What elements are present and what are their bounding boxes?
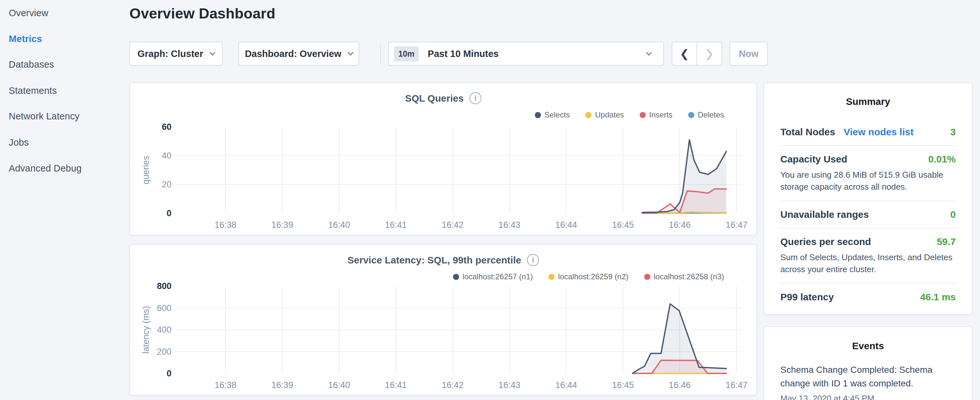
- summary-panel: Summary Total Nodes View nodes list 3 Ca…: [764, 83, 972, 315]
- sidebar-item-databases[interactable]: Databases: [9, 59, 54, 70]
- graph-scope-dropdown-label: Graph: Cluster: [137, 49, 203, 59]
- sidebar-item-jobs[interactable]: Jobs: [9, 137, 29, 148]
- chevron-down-icon: [347, 49, 353, 55]
- view-nodes-list-link[interactable]: View nodes list: [843, 126, 913, 137]
- svg-text:400: 400: [157, 325, 172, 335]
- time-range-dropdown[interactable]: 10m Past 10 Minutes: [388, 42, 664, 66]
- svg-text:16:43: 16:43: [499, 220, 520, 230]
- now-button[interactable]: Now: [730, 42, 768, 66]
- svg-text:16:40: 16:40: [328, 220, 350, 230]
- summary-row-total-nodes: Total Nodes View nodes list 3: [780, 119, 956, 146]
- sql-queries-chart[interactable]: 16:3816:3916:4016:4116:4216:4316:4416:45…: [130, 83, 758, 234]
- summary-value: 0: [950, 209, 956, 220]
- summary-label: Queries per second: [780, 236, 871, 247]
- svg-text:16:38: 16:38: [215, 220, 237, 230]
- svg-text:16:40: 16:40: [328, 380, 350, 390]
- svg-text:16:41: 16:41: [385, 380, 407, 390]
- svg-text:20: 20: [162, 180, 172, 189]
- summary-title: Summary: [780, 96, 956, 107]
- svg-text:0: 0: [167, 369, 172, 378]
- svg-text:16:47: 16:47: [726, 220, 748, 230]
- dashboard-dropdown-label: Dashboard: Overview: [245, 49, 341, 59]
- summary-label: Total Nodes: [780, 126, 835, 137]
- time-window-badge: 10m: [394, 46, 418, 62]
- time-step-forward-button[interactable]: ❯: [697, 42, 721, 65]
- time-range-label: Past 10 Minutes: [428, 49, 647, 59]
- page-title: Overview Dashboard: [129, 5, 275, 22]
- svg-text:queries: queries: [141, 156, 151, 185]
- svg-text:600: 600: [157, 303, 172, 313]
- summary-label: Capacity Used: [780, 154, 847, 165]
- svg-text:0: 0: [167, 209, 172, 218]
- summary-description: Sum of Selects, Updates, Inserts, and De…: [780, 252, 956, 276]
- svg-text:16:45: 16:45: [612, 220, 634, 230]
- summary-label: Unavailable ranges: [780, 209, 869, 220]
- summary-value: 46.1 ms: [920, 292, 956, 303]
- svg-text:16:45: 16:45: [612, 380, 634, 390]
- svg-text:16:41: 16:41: [385, 220, 407, 230]
- svg-text:16:47: 16:47: [726, 380, 748, 390]
- chevron-down-icon: [209, 49, 215, 55]
- svg-text:800: 800: [157, 281, 172, 291]
- time-step-back-button[interactable]: ❮: [672, 42, 697, 65]
- sidebar-item-network-latency[interactable]: Network Latency: [9, 111, 80, 122]
- sidebar-item-advanced-debug[interactable]: Advanced Debug: [9, 163, 81, 174]
- time-step-buttons: ❮ ❯: [672, 42, 722, 66]
- summary-label: P99 latency: [780, 292, 834, 303]
- event-timestamp: May 13, 2020 at 4:45 PM: [780, 394, 956, 400]
- graph-scope-dropdown[interactable]: Graph: Cluster: [129, 42, 223, 66]
- summary-description: You are using 28.6 MiB of 515.9 GiB usab…: [780, 169, 956, 193]
- summary-value: 0.01%: [928, 154, 956, 165]
- svg-text:16:42: 16:42: [442, 380, 464, 390]
- svg-text:16:39: 16:39: [272, 220, 293, 230]
- svg-text:200: 200: [157, 347, 172, 357]
- summary-row-unavailable-ranges: Unavailable ranges 0: [780, 201, 956, 228]
- svg-text:40: 40: [162, 151, 172, 161]
- events-title: Events: [780, 341, 956, 351]
- svg-text:16:39: 16:39: [272, 380, 293, 390]
- summary-row-capacity-used: Capacity Used 0.01% You are using 28.6 M…: [780, 146, 956, 201]
- svg-text:60: 60: [162, 122, 172, 132]
- summary-row-queries-per-second: Queries per second 59.7 Sum of Selects, …: [780, 228, 956, 284]
- summary-value: 59.7: [937, 236, 956, 247]
- events-panel: Events Schema Change Completed: Schema c…: [764, 326, 972, 400]
- event-text: Schema Change Completed: Schema change w…: [780, 363, 956, 390]
- svg-text:16:44: 16:44: [555, 380, 577, 390]
- svg-text:16:46: 16:46: [669, 380, 691, 390]
- sidebar-item-statements[interactable]: Statements: [9, 85, 57, 96]
- svg-text:16:46: 16:46: [669, 220, 691, 230]
- dashboard-dropdown[interactable]: Dashboard: Overview: [239, 42, 359, 66]
- svg-text:16:44: 16:44: [555, 220, 577, 230]
- summary-row-p99-latency: P99 latency 46.1 ms: [780, 284, 956, 310]
- service-latency-chart-card: Service Latency: SQL, 99th percentile i …: [129, 244, 757, 395]
- event-item: Schema Change Completed: Schema change w…: [780, 363, 956, 400]
- sql-queries-chart-card: SQL Queries i Selects Updates Inserts De…: [129, 83, 757, 235]
- toolbar-divider: [380, 43, 381, 65]
- chevron-down-icon: [646, 49, 652, 55]
- sidebar-item-overview[interactable]: Overview: [9, 8, 48, 18]
- sidebar-item-metrics[interactable]: Metrics: [9, 33, 42, 44]
- service-latency-chart[interactable]: 16:3816:3916:4016:4116:4216:4316:4416:45…: [130, 245, 758, 395]
- summary-value: 3: [950, 126, 956, 137]
- svg-text:16:42: 16:42: [442, 220, 464, 230]
- svg-text:16:43: 16:43: [499, 380, 520, 390]
- svg-text:16:38: 16:38: [215, 380, 237, 390]
- admin-ui-screen: Overview Metrics Databases Statements Ne…: [0, 0, 980, 400]
- svg-text:latency (ms): latency (ms): [141, 306, 151, 354]
